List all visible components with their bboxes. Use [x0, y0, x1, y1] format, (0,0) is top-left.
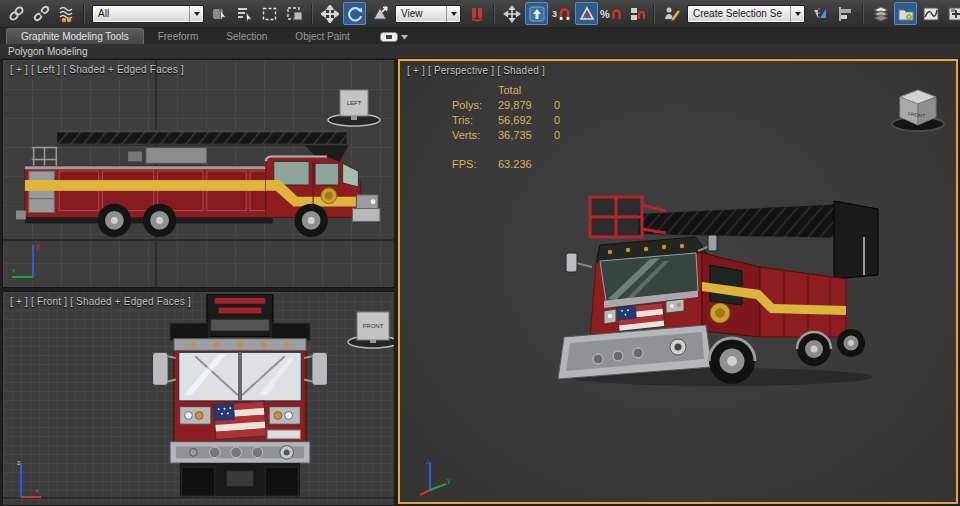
svg-text:z: z	[426, 458, 430, 465]
ribbon-panel-bar[interactable]: Polygon Modeling	[0, 44, 960, 59]
truck-ladder-tip-front	[207, 294, 273, 337]
spinner-snap-toggle-icon[interactable]	[625, 2, 648, 25]
unlink-selection-icon[interactable]	[30, 2, 53, 25]
truck-crew-cab-and-body-perspective	[702, 253, 846, 337]
viewport-perspective[interactable]: Total Polys: 29,879 0 Tris: 56,692 0 Ver…	[398, 59, 958, 504]
curve-editor-icon[interactable]	[919, 2, 942, 25]
viewcube-left[interactable]: LEFT	[326, 86, 382, 128]
axis-tripod-front-viewport: z x	[7, 455, 43, 503]
ribbon-tab-bar: Graphite Modeling Tools Freeform Selecti…	[0, 28, 960, 44]
viewport-perspective-label[interactable]: [ + ] [ Perspective ] [ Shaded ]	[407, 65, 545, 76]
selection-filter-dropdown[interactable]: All	[92, 5, 204, 23]
fire-truck-model-front-view[interactable]	[149, 294, 331, 500]
truck-chassis-front	[180, 463, 300, 496]
tab-freeform[interactable]: Freeform	[144, 29, 213, 44]
tab-selection[interactable]: Selection	[212, 29, 281, 44]
stats-row-tris: Tris: 56,692 0	[452, 113, 578, 128]
select-and-rotate-icon[interactable]	[343, 2, 366, 25]
dropdown-arrow-icon[interactable]	[446, 6, 460, 22]
minimize-ribbon-button[interactable]	[380, 32, 408, 44]
select-and-manipulate-icon[interactable]	[465, 2, 488, 25]
svg-text:y: y	[36, 242, 40, 250]
truck-mirror-left	[153, 352, 176, 385]
rectangular-selection-region-icon[interactable]	[258, 2, 281, 25]
bind-to-space-warp-icon[interactable]	[55, 2, 78, 25]
select-object-icon[interactable]	[208, 2, 231, 25]
stats-row-fps: FPS: 63.236	[452, 157, 578, 172]
snap-3d-label: 3	[552, 9, 557, 19]
viewcube-front-label: FRONT	[363, 323, 384, 329]
fire-truck-model-perspective-view[interactable]	[546, 179, 886, 391]
truck-front-end-side	[352, 195, 380, 222]
svg-text:y: y	[447, 477, 451, 485]
viewcube-front[interactable]: FRONT	[347, 306, 395, 350]
select-by-name-icon[interactable]	[233, 2, 256, 25]
graphite-ribbon-toggle-icon[interactable]	[894, 2, 917, 25]
stats-row-verts: Verts: 36,735 0	[452, 128, 578, 143]
percent-snap-toggle-icon[interactable]: %	[600, 2, 623, 25]
stats-total-header: Total	[498, 83, 578, 98]
fire-truck-model-side-view[interactable]	[11, 122, 383, 244]
svg-text:x: x	[35, 487, 39, 494]
stats-row-polys: Polys: 29,879 0	[452, 98, 578, 113]
select-and-link-icon[interactable]	[5, 2, 28, 25]
viewcube-left-label: LEFT	[347, 100, 362, 106]
toolbar-separator	[83, 4, 85, 24]
viewport-front-label[interactable]: [ + ] [ Front ] [ Shaded + Edged Faces ]	[10, 296, 191, 307]
toolbar-separator	[311, 4, 313, 24]
truck-bumper-front	[170, 442, 310, 463]
truck-roof-box-left	[170, 323, 209, 340]
viewport-statistics: Total Polys: 29,879 0 Tris: 56,692 0 Ver…	[452, 83, 578, 172]
tab-object-paint[interactable]: Object Paint	[281, 29, 363, 44]
named-selection-sets-value: Create Selection Se	[688, 8, 790, 19]
schematic-view-icon[interactable]	[944, 2, 960, 25]
named-selection-sets-dropdown[interactable]: Create Selection Se	[687, 5, 805, 23]
truck-roof-box-right	[271, 323, 310, 340]
manage-layers-icon[interactable]	[869, 2, 892, 25]
axis-tripod-perspective-viewport: z y	[414, 456, 454, 498]
viewport-left[interactable]: LEFT y x [ + ] [ Left ] [ Shaded + Edged…	[2, 59, 395, 288]
viewport-area: LEFT y x [ + ] [ Left ] [ Shaded + Edged…	[0, 59, 960, 506]
reference-coordinate-dropdown[interactable]: View	[395, 5, 461, 23]
main-toolbar: All	[0, 0, 960, 28]
window-crossing-icon[interactable]	[283, 2, 306, 25]
axis-tripod-left-viewport: y x	[9, 239, 45, 283]
dropdown-arrow-icon[interactable]	[189, 6, 203, 22]
polygon-modeling-panel-label: Polygon Modeling	[0, 46, 88, 57]
percent-snap-label: %	[600, 8, 610, 20]
truck-mirror-right	[304, 352, 327, 385]
snaps-toggle-move-icon[interactable]	[500, 2, 523, 25]
viewcube-perspective[interactable]: FRONT	[890, 83, 946, 133]
viewport-front[interactable]: FRONT z x [ + ] [ Front ] [ Shaded + Edg…	[2, 291, 395, 506]
3d-app-window: All	[0, 0, 960, 506]
toolbar-separator	[653, 4, 655, 24]
selection-filter-value: All	[93, 8, 189, 19]
select-and-scale-icon[interactable]	[368, 2, 391, 25]
svg-text:z: z	[17, 459, 21, 466]
dropdown-arrow-icon[interactable]	[790, 6, 804, 22]
use-pivot-center-icon[interactable]	[525, 2, 548, 25]
snaps-toggle-3d-icon[interactable]: 3	[550, 2, 573, 25]
align-icon[interactable]	[834, 2, 857, 25]
viewport-left-label[interactable]: [ + ] [ Left ] [ Shaded + Edged Faces ]	[10, 64, 184, 75]
toolbar-separator	[493, 4, 495, 24]
truck-windshield-front	[179, 352, 301, 401]
angle-snap-toggle-icon[interactable]	[575, 2, 598, 25]
minimize-ribbon-arrow-icon	[401, 34, 408, 40]
svg-text:x: x	[12, 267, 16, 274]
reference-coordinate-value: View	[396, 8, 446, 19]
edit-named-selection-sets-icon[interactable]	[660, 2, 683, 25]
toolbar-separator	[862, 4, 864, 24]
select-and-move-icon[interactable]	[318, 2, 341, 25]
tab-graphite-modeling-tools[interactable]: Graphite Modeling Tools	[6, 28, 144, 44]
mirror-icon[interactable]	[809, 2, 832, 25]
